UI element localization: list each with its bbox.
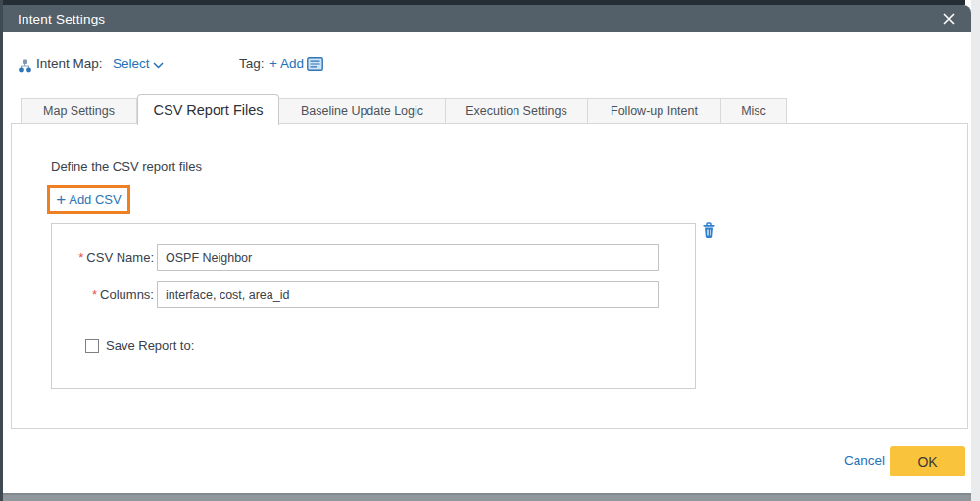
required-asterisk: * (78, 250, 83, 265)
tag-list-icon[interactable] (307, 57, 323, 71)
chevron-down-icon[interactable] (153, 62, 164, 69)
columns-label: *Columns: (46, 287, 154, 302)
close-icon[interactable] (942, 12, 956, 25)
intent-map-select[interactable]: Select (113, 56, 150, 71)
tab-map-settings[interactable]: Map Settings (21, 98, 137, 124)
tab-bar: Map SettingsCSV Report FilesBaseline Upd… (21, 94, 787, 124)
background-bottom-bar (3, 495, 971, 501)
background-right-strip (971, 0, 980, 501)
cancel-button[interactable]: Cancel (844, 453, 885, 468)
dialog-titlebar: Intent Settings (3, 5, 971, 32)
add-csv-label: Add CSV (69, 192, 121, 207)
csv-name-input[interactable] (157, 244, 659, 271)
dialog-toolbar: Intent Map: Select Tag: + Add (3, 32, 971, 93)
required-asterisk: * (92, 287, 97, 302)
background-left-strip (0, 0, 3, 501)
csv-card: *CSV Name: *Columns: Save Report to: (51, 223, 696, 389)
delete-csv-trash-icon[interactable] (701, 222, 717, 239)
intent-map-label: Intent Map: (36, 56, 103, 71)
csv-description: Define the CSV report files (51, 159, 202, 174)
save-report-label: Save Report to: (106, 338, 194, 353)
content-panel: Define the CSV report files + Add CSV *C… (11, 123, 968, 429)
plus-icon: + (56, 191, 66, 208)
tab-baseline-update-logic[interactable]: Baseline Update Logic (279, 98, 446, 124)
tag-add-link[interactable]: + Add (270, 56, 304, 71)
save-report-row: Save Report to: (85, 338, 194, 353)
intent-settings-dialog: Intent Settings Intent Map: Select Tag: … (3, 5, 971, 495)
columns-input[interactable] (157, 281, 659, 308)
page-background: Intent Settings Intent Map: Select Tag: … (0, 0, 980, 501)
tab-csv-report-files[interactable]: CSV Report Files (137, 94, 279, 125)
dialog-title: Intent Settings (18, 12, 105, 26)
add-csv-button[interactable]: + Add CSV (47, 185, 130, 214)
tab-execution-settings[interactable]: Execution Settings (446, 98, 588, 124)
tag-label: Tag: (239, 56, 265, 71)
ok-button[interactable]: OK (890, 446, 965, 476)
tab-misc[interactable]: Misc (721, 98, 787, 124)
csv-name-label: *CSV Name: (46, 250, 154, 265)
intent-map-icon (18, 59, 32, 73)
save-report-checkbox[interactable] (85, 339, 99, 353)
tab-follow-up-intent[interactable]: Follow-up Intent (588, 98, 721, 124)
